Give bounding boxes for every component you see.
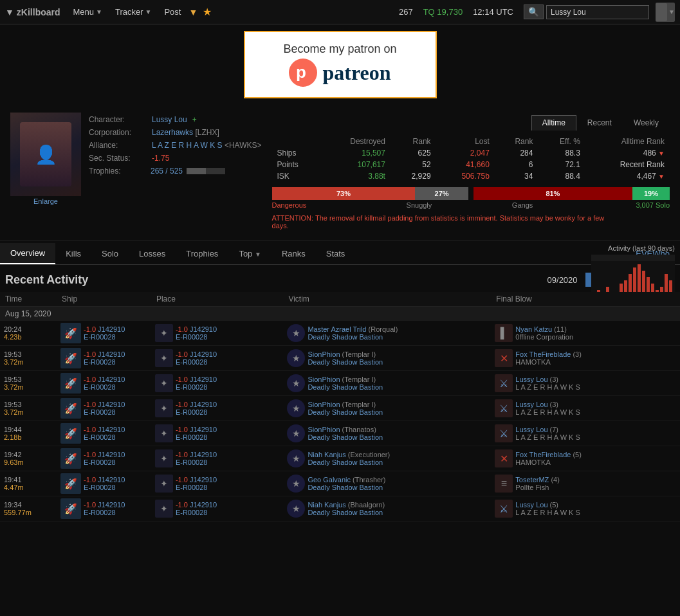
system-link[interactable]: J142910 — [98, 325, 125, 333]
patreon-banner[interactable]: Become my patron on p patreon — [0, 24, 680, 105]
final-blow-corp[interactable]: L A Z E R H A W K S — [515, 509, 580, 516]
menu-item-post[interactable]: Post — [159, 5, 186, 19]
station-link[interactable]: E-R00028 — [84, 408, 125, 416]
final-blow-name[interactable]: Lussy Lou — [515, 426, 547, 433]
final-blow-name[interactable]: Lussy Lou — [515, 501, 547, 509]
final-blow-name[interactable]: Lussy Lou — [515, 376, 547, 383]
station-link[interactable]: E-R00028 — [84, 433, 125, 441]
victim-corp[interactable]: Deadly Shadow Bastion — [308, 509, 385, 516]
victim-corp[interactable]: Deadly Shadow Bastion — [308, 358, 383, 366]
plus-icon[interactable]: + — [192, 115, 197, 124]
place-station[interactable]: E-R00028 — [176, 458, 217, 466]
character-name[interactable]: Lussy Lou — [152, 115, 187, 124]
final-blow-info: Fox TheFireblade (5) HAMOTKA — [515, 451, 582, 466]
final-blow-corp[interactable]: HAMOTKA — [515, 458, 582, 466]
search-input[interactable] — [546, 5, 649, 19]
victim-name[interactable]: SionPhion — [308, 426, 340, 433]
star-icon[interactable]: ★ — [203, 6, 212, 18]
tab-stats[interactable]: Stats — [316, 244, 356, 264]
patreon-box[interactable]: Become my patron on p patreon — [244, 31, 437, 98]
tab-kills[interactable]: Kills — [55, 244, 91, 264]
brand-label[interactable]: zKillboard — [17, 7, 60, 17]
final-blow-name[interactable]: Fox TheFireblade — [515, 451, 571, 458]
tab-alltime[interactable]: Alltime — [531, 115, 576, 131]
final-blow-corp[interactable]: L A Z E R H A W K S — [515, 433, 580, 441]
final-blow-corp[interactable]: HAMOTKA — [515, 358, 582, 366]
kill-row[interactable]: 19:53 3.72m 🚀 -1.0 J142910 E-R00028 ✦ - — [0, 346, 680, 371]
place-station[interactable]: E-R00028 — [176, 408, 217, 416]
menu-item-menu[interactable]: Menu ▼ — [68, 5, 107, 19]
victim-name[interactable]: Master Azrael Trild — [308, 325, 366, 333]
kill-row[interactable]: 19:53 3.72m 🚀 -1.0 J142910 E-R00028 ✦ - — [0, 396, 680, 421]
victim-corp[interactable]: Deadly Shadow Bastion — [308, 484, 385, 491]
final-blow-corp[interactable]: L A Z E R H A W K S — [515, 383, 580, 391]
final-blow-corp[interactable]: 0ffline Corporation — [515, 333, 573, 341]
final-blow-name[interactable]: Nyan Katzu — [515, 325, 552, 333]
final-blow-icon: ▌ — [495, 324, 513, 342]
place-station[interactable]: E-R00028 — [176, 358, 217, 366]
system-link[interactable]: J142910 — [98, 401, 125, 408]
victim-corp[interactable]: Deadly Shadow Bastion — [308, 433, 383, 441]
patreon-wordmark: patreon — [322, 61, 391, 85]
place-station[interactable]: E-R00028 — [176, 433, 217, 441]
points-label: Points — [272, 159, 321, 170]
victim-name[interactable]: Niah Kanjus — [308, 451, 345, 458]
victim-corp[interactable]: Deadly Shadow Bastion — [308, 333, 398, 341]
station-link[interactable]: E-R00028 — [84, 358, 125, 366]
place-station[interactable]: E-R00028 — [176, 383, 217, 391]
system-link[interactable]: J142910 — [98, 376, 125, 383]
final-blow-corp[interactable]: PolIte Fish — [515, 484, 559, 491]
corporation-name[interactable]: Lazerhawks [LZHX] — [152, 128, 219, 137]
victim-name[interactable]: SionPhion — [308, 401, 340, 408]
drop-icon[interactable]: ▼ — [188, 7, 198, 17]
victim-corp[interactable]: Deadly Shadow Bastion — [308, 408, 383, 416]
station-link[interactable]: E-R00028 — [84, 458, 125, 466]
kill-row[interactable]: 19:44 2.18b 🚀 -1.0 J142910 E-R00028 ✦ - — [0, 421, 680, 446]
system-link[interactable]: J142910 — [98, 476, 125, 484]
system-link[interactable]: J142910 — [98, 350, 125, 358]
place-station[interactable]: E-R00028 — [176, 484, 217, 491]
tab-overview[interactable]: Overview — [0, 243, 55, 264]
victim-corp[interactable]: Deadly Shadow Bastion — [308, 458, 390, 466]
profile-avatar-area: 👤 Enlarge — [10, 113, 81, 232]
station-link[interactable]: E-R00028 — [84, 333, 125, 341]
system-link[interactable]: J142910 — [98, 451, 125, 458]
final-blow-name[interactable]: Lussy Lou — [515, 401, 547, 408]
sec-row: Sec. Status: -1.75 — [89, 154, 262, 163]
kill-row[interactable]: 19:53 3.72m 🚀 -1.0 J142910 E-R00028 ✦ - — [0, 371, 680, 396]
tab-top[interactable]: Top ▼ — [228, 244, 271, 264]
kill-row[interactable]: 19:42 9.63m 🚀 -1.0 J142910 E-R00028 ✦ - — [0, 446, 680, 471]
final-blow-corp[interactable]: L A Z E R H A W K S — [515, 408, 580, 416]
menu-item-tracker[interactable]: Tracker ▼ — [110, 5, 156, 19]
search-button[interactable]: 🔍 — [524, 5, 544, 19]
victim-name[interactable]: Geo Galvanic — [308, 476, 351, 484]
enlarge-link[interactable]: Enlarge — [10, 197, 81, 205]
kill-row[interactable]: 20:24 4.23b 🚀 -1.0 J142910 E-R00028 ✦ - — [0, 321, 680, 346]
station-link[interactable]: E-R00028 — [84, 383, 125, 391]
place-sec: -1.0 J142910 — [176, 350, 217, 358]
tab-solo[interactable]: Solo — [91, 244, 129, 264]
system-link[interactable]: J142910 — [98, 426, 125, 433]
alliance-name[interactable]: L A Z E R H A W K S <HAWKS> — [152, 141, 262, 150]
tab-losses[interactable]: Losses — [129, 244, 176, 264]
character-label: Character: — [89, 115, 147, 124]
kill-row[interactable]: 19:34 559.77m 🚀 -1.0 J142910 E-R00028 ✦ — [0, 496, 680, 521]
victim-name[interactable]: SionPhion — [308, 350, 340, 358]
place-station[interactable]: E-R00028 — [176, 509, 217, 516]
kill-row[interactable]: 19:41 4.47m 🚀 -1.0 J142910 E-R00028 ✦ - — [0, 471, 680, 496]
system-link[interactable]: J142910 — [98, 501, 125, 509]
victim-corp[interactable]: Deadly Shadow Bastion — [308, 383, 383, 391]
station-link[interactable]: E-R00028 — [84, 484, 125, 491]
kill-final-cell: ▌ Nyan Katzu (11) 0ffline Corporation — [491, 321, 680, 346]
tab-trophies[interactable]: Trophies — [176, 244, 228, 264]
tab-ranks[interactable]: Ranks — [271, 244, 316, 264]
place-station[interactable]: E-R00028 — [176, 333, 217, 341]
tab-recent[interactable]: Recent — [576, 115, 623, 131]
final-blow-name[interactable]: Fox TheFireblade — [515, 350, 571, 358]
victim-name[interactable]: SionPhion — [308, 376, 340, 383]
final-blow-name[interactable]: ToseterMZ — [515, 476, 549, 484]
victim-name[interactable]: Niah Kanjus — [308, 501, 345, 509]
tab-weekly[interactable]: Weekly — [623, 115, 670, 131]
avatar[interactable]: ▼ — [656, 3, 675, 22]
station-link[interactable]: E-R00028 — [84, 509, 125, 516]
